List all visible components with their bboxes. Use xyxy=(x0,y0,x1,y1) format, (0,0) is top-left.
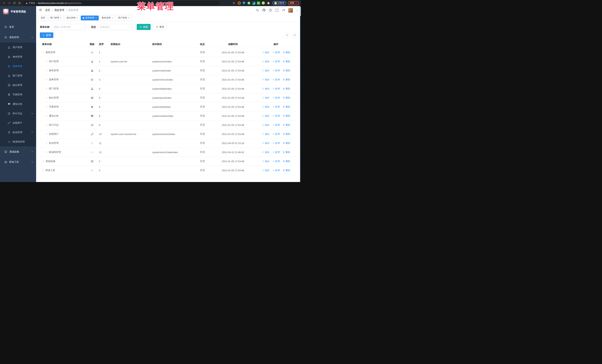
sidebar-item-首页[interactable]: 首页 xyxy=(0,22,36,32)
delete-link[interactable]: 删除 xyxy=(283,151,290,154)
fullscreen-icon[interactable] xyxy=(275,9,279,12)
browser-forward-button[interactable] xyxy=(7,1,11,5)
sidebar-fold-icon[interactable] xyxy=(39,8,43,12)
browser-back-button[interactable] xyxy=(2,1,6,5)
add-link[interactable]: 新增 xyxy=(272,169,280,172)
close-icon[interactable]: × xyxy=(76,17,78,19)
table-row-错误码管理[interactable]: 错误码管理12system/errorCode/index开启2021-04-1… xyxy=(40,148,297,157)
app-logo-row[interactable]: 芋道管理系统 xyxy=(0,6,36,17)
sidebar-item-基础设施[interactable]: 基础设施 xyxy=(0,146,36,157)
sidebar-item-研发工具[interactable]: 研发工具 xyxy=(0,157,36,167)
sidebar-item-通知公告[interactable]: 通知公告 xyxy=(0,99,36,109)
table-row-角色管理[interactable]: 角色管理2system/role/index开启2021-01-05 17:03… xyxy=(40,66,297,75)
extensions-puzzle-icon[interactable] xyxy=(267,1,271,5)
row-expand-caret-icon[interactable] xyxy=(45,106,48,108)
table-row-在线用户[interactable]: 在线用户10system:user-session:listsystem/ses… xyxy=(40,130,297,139)
toggle-search-button[interactable] xyxy=(284,32,290,38)
edit-link[interactable]: 修改 xyxy=(262,151,269,154)
sidebar-item-字典管理[interactable]: 字典管理 xyxy=(0,90,36,99)
user-menu-caret-icon[interactable] xyxy=(296,9,298,11)
delete-link[interactable]: 删除 xyxy=(283,160,290,163)
row-expand-caret-icon[interactable] xyxy=(45,151,48,153)
add-link[interactable]: 新增 xyxy=(272,105,280,108)
table-row-系统管理[interactable]: 系统管理1开启2021-01-05 17:03:48修改新增删除 xyxy=(40,48,297,57)
refresh-table-button[interactable] xyxy=(292,32,297,38)
row-expand-caret-icon[interactable] xyxy=(42,51,44,53)
edit-link[interactable]: 修改 xyxy=(262,133,269,136)
sidebar-item-用户管理[interactable]: 用户管理 xyxy=(0,42,36,52)
reset-button[interactable]: 重置 xyxy=(153,24,167,30)
table-row-审计日志[interactable]: 审计日志9开启2021-01-05 17:03:48修改新增删除 xyxy=(40,121,297,130)
extension-icon-check[interactable] xyxy=(247,1,250,5)
add-link[interactable]: 新增 xyxy=(272,114,280,118)
breadcrumb-system[interactable]: 系统管理 xyxy=(54,9,64,12)
github-icon[interactable] xyxy=(262,9,266,12)
sidebar-item-部门管理[interactable]: 部门管理 xyxy=(0,71,36,80)
add-link[interactable]: 新增 xyxy=(272,87,280,90)
table-row-短信管理[interactable]: 短信管理11开启2021-04-05 01:10:16修改新增删除 xyxy=(40,139,297,148)
scrollbar-thumb[interactable] xyxy=(300,7,301,16)
delete-link[interactable]: 删除 xyxy=(283,78,290,81)
breadcrumb-home[interactable]: 首页 xyxy=(45,9,50,12)
close-icon[interactable]: × xyxy=(112,17,113,19)
tab-岗位管理[interactable]: 岗位管理× xyxy=(64,16,80,20)
browser-home-button[interactable] xyxy=(17,1,22,5)
row-expand-caret-icon[interactable] xyxy=(45,142,48,144)
delete-link[interactable]: 删除 xyxy=(283,169,290,172)
sidebar-item-错误码管理[interactable]: 错误码管理 xyxy=(0,137,36,146)
row-expand-caret-icon[interactable] xyxy=(45,115,48,117)
profile-paused-badge[interactable]: 已暂停 xyxy=(272,1,286,5)
row-expand-caret-icon[interactable] xyxy=(45,124,48,126)
row-expand-caret-icon[interactable] xyxy=(45,60,48,62)
tab-角色管理[interactable]: 角色管理× xyxy=(100,16,115,20)
add-link[interactable]: 新增 xyxy=(272,133,280,136)
table-row-菜单管理[interactable]: 菜单管理3system/menu/index开启2021-01-05 17:03… xyxy=(40,75,297,84)
status-select[interactable]: 菜单状态 xyxy=(98,24,134,30)
delete-link[interactable]: 删除 xyxy=(283,105,290,108)
add-link[interactable]: 新增 xyxy=(272,51,280,54)
browser-menu-dots-icon[interactable]: ⋮ xyxy=(295,2,297,4)
table-row-部门管理[interactable]: 部门管理4system/dept/index开启2021-01-05 17:03… xyxy=(40,84,297,93)
add-button[interactable]: 新增 xyxy=(40,32,53,38)
search-icon[interactable] xyxy=(256,9,259,12)
delete-link[interactable]: 删除 xyxy=(283,142,290,145)
edit-link[interactable]: 修改 xyxy=(262,105,269,108)
browser-reload-button[interactable] xyxy=(12,1,16,5)
delete-link[interactable]: 删除 xyxy=(283,60,290,63)
add-link[interactable]: 新增 xyxy=(272,69,280,72)
user-avatar[interactable] xyxy=(288,8,293,13)
table-row-研发工具[interactable]: 研发工具3开启2021-01-05 17:03:48修改新增删除 xyxy=(40,166,297,175)
delete-link[interactable]: 删除 xyxy=(283,96,290,99)
row-expand-caret-icon[interactable] xyxy=(45,79,48,81)
browser-update-button[interactable]: 更新 ⋮ xyxy=(288,1,299,5)
row-expand-caret-icon[interactable] xyxy=(45,88,48,90)
row-expand-caret-icon[interactable] xyxy=(42,169,44,171)
add-link[interactable]: 新增 xyxy=(272,124,280,127)
edit-link[interactable]: 修改 xyxy=(262,142,269,145)
close-icon[interactable]: × xyxy=(60,17,62,19)
tab-用户管理[interactable]: 用户管理× xyxy=(116,16,131,20)
add-link[interactable]: 新增 xyxy=(272,142,280,145)
delete-link[interactable]: 删除 xyxy=(283,69,290,72)
add-link[interactable]: 新增 xyxy=(272,96,280,99)
delete-link[interactable]: 删除 xyxy=(283,124,290,127)
close-icon[interactable]: × xyxy=(128,17,129,19)
edit-link[interactable]: 修改 xyxy=(262,169,269,172)
tab-部门管理[interactable]: 部门管理× xyxy=(48,16,64,20)
sidebar-item-在线用户[interactable]: 在线用户 xyxy=(0,118,36,128)
delete-link[interactable]: 删除 xyxy=(283,133,290,136)
add-link[interactable]: 新增 xyxy=(272,151,280,154)
bookmark-star-icon[interactable] xyxy=(232,1,236,5)
delete-link[interactable]: 删除 xyxy=(283,51,290,54)
help-icon[interactable] xyxy=(269,9,272,12)
edit-link[interactable]: 修改 xyxy=(262,96,269,99)
delete-link[interactable]: 删除 xyxy=(283,87,290,90)
add-link[interactable]: 新增 xyxy=(272,78,280,81)
row-expand-caret-icon[interactable] xyxy=(45,97,48,99)
table-row-用户管理[interactable]: 用户管理1system:user:listsystem/user/index开启… xyxy=(40,57,297,66)
add-link[interactable]: 新增 xyxy=(272,160,280,163)
extension-icon-gem[interactable] xyxy=(242,1,246,5)
search-button[interactable]: 搜索 xyxy=(137,24,150,30)
edit-link[interactable]: 修改 xyxy=(262,87,269,90)
tab-首页[interactable]: 首页 xyxy=(39,16,47,20)
